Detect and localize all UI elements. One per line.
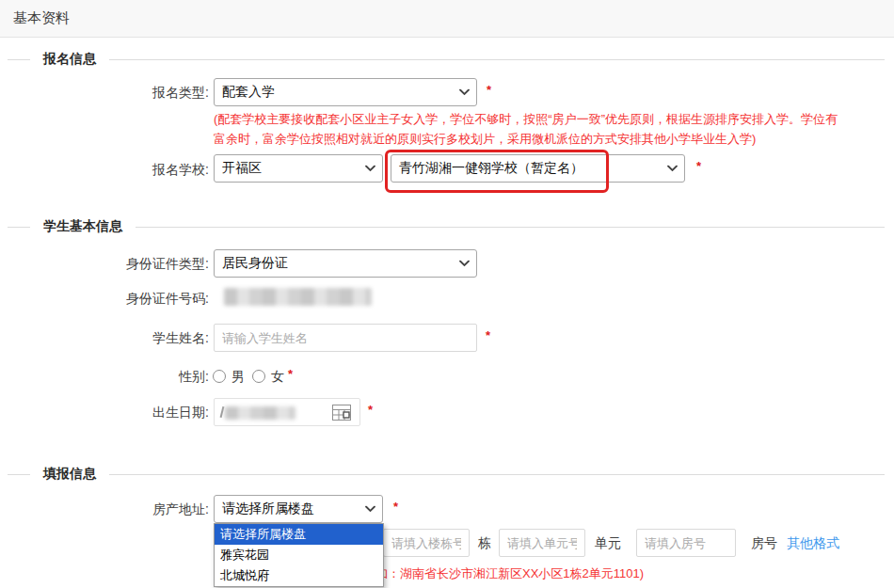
chevron-down-icon bbox=[667, 166, 678, 172]
gender-male-label: 男 bbox=[231, 369, 245, 386]
enroll-type-value: 配套入学 bbox=[222, 84, 275, 101]
gender-male-radio[interactable] bbox=[213, 370, 226, 383]
id-type-label: 身份证件类型: bbox=[0, 256, 209, 273]
enrollment-form-page: 基本资料 报名信息 报名类型: 配套入学 * (配套学校主要接收配套小区业主子女… bbox=[0, 0, 894, 588]
id-number-label: 身份证件号码: bbox=[0, 291, 209, 308]
required-marker: * bbox=[368, 403, 373, 417]
id-type-select[interactable]: 居民身份证 bbox=[214, 249, 477, 278]
building-suffix-label: 栋 bbox=[478, 535, 491, 552]
other-format-link[interactable]: 其他格式 bbox=[787, 535, 839, 552]
required-marker: * bbox=[487, 83, 491, 97]
chevron-down-icon bbox=[459, 89, 470, 96]
page-header: 基本资料 bbox=[0, 0, 894, 38]
section-registration-title: 报名信息 bbox=[43, 51, 96, 68]
property-address-label: 房产地址: bbox=[0, 501, 209, 518]
id-type-value: 居民身份证 bbox=[222, 255, 288, 272]
estate-option-yabin-garden[interactable]: 雅宾花园 bbox=[215, 545, 383, 565]
gender-female-label: 女 bbox=[271, 369, 284, 386]
estate-select[interactable]: 请选择所属楼盘 bbox=[214, 495, 383, 523]
enroll-type-note-line1: (配套学校主要接收配套小区业主子女入学，学位不够时，按照“房户一致”优先原则，根… bbox=[214, 111, 838, 128]
birth-date-label: 出生日期: bbox=[0, 405, 209, 421]
chevron-down-icon bbox=[365, 166, 375, 172]
section-student-header: 学生基本信息 bbox=[8, 217, 885, 236]
chevron-down-icon bbox=[459, 261, 470, 267]
school-select[interactable]: 青竹湖湘一健翎学校（暂定名） bbox=[391, 154, 685, 183]
room-number-input[interactable] bbox=[636, 529, 736, 557]
gender-female-radio[interactable] bbox=[252, 370, 265, 383]
room-suffix-label: 房号 bbox=[751, 535, 777, 552]
student-name-label: 学生姓名: bbox=[0, 330, 209, 347]
estate-dropdown-list: 请选择所属楼盘 雅宾花园 北城悦府 bbox=[214, 523, 384, 587]
estate-select-value: 请选择所属楼盘 bbox=[222, 501, 314, 517]
unit-number-input[interactable] bbox=[499, 529, 585, 557]
required-marker: * bbox=[288, 367, 293, 381]
address-example-text: 如：湖南省长沙市湘江新区XX小区1栋2单元1101) bbox=[375, 565, 644, 582]
student-name-input[interactable] bbox=[214, 324, 477, 352]
gender-label: 性别: bbox=[0, 369, 209, 386]
district-select[interactable]: 开福区 bbox=[214, 154, 383, 183]
enroll-school-label: 报名学校: bbox=[0, 162, 209, 179]
required-marker: * bbox=[696, 159, 701, 173]
birth-date-redacted-digit bbox=[220, 406, 225, 418]
calendar-icon[interactable] bbox=[332, 405, 351, 421]
school-value: 青竹湖湘一健翎学校（暂定名） bbox=[399, 160, 583, 177]
enroll-type-label: 报名类型: bbox=[0, 85, 209, 102]
birth-date-redacted-value bbox=[225, 406, 295, 420]
page-title: 基本资料 bbox=[13, 9, 70, 27]
section-filing-title: 填报信息 bbox=[43, 466, 96, 483]
estate-option-placeholder[interactable]: 请选择所属楼盘 bbox=[215, 524, 383, 545]
required-marker: * bbox=[486, 328, 490, 342]
enroll-type-select[interactable]: 配套入学 bbox=[214, 78, 477, 106]
section-student-title: 学生基本信息 bbox=[43, 218, 122, 235]
district-value: 开福区 bbox=[222, 160, 262, 177]
building-number-input[interactable] bbox=[383, 529, 470, 557]
section-filing-header: 填报信息 bbox=[8, 465, 885, 484]
birth-date-input[interactable] bbox=[214, 398, 360, 426]
estate-option-beicheng-yuefu[interactable]: 北城悦府 bbox=[215, 565, 383, 586]
enroll-type-note-line2: 富余时，富余学位按照相对就近的原则实行多校划片，采用微机派位的方式安排其他小学毕… bbox=[214, 131, 756, 148]
id-number-redacted-value bbox=[224, 288, 372, 306]
unit-suffix-label: 单元 bbox=[595, 535, 621, 552]
section-registration-header: 报名信息 bbox=[8, 50, 885, 69]
chevron-down-icon bbox=[365, 506, 375, 513]
required-marker: * bbox=[393, 500, 398, 514]
